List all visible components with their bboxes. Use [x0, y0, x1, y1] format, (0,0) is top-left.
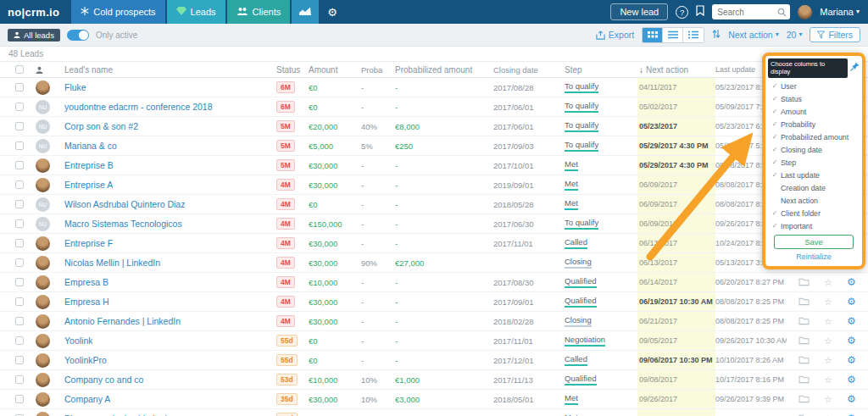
list-view-button[interactable] [663, 28, 683, 42]
step-cell[interactable]: Met [565, 413, 578, 416]
column-option-closing-date[interactable]: ✓Closing date [768, 143, 860, 156]
export-button[interactable]: Export [596, 30, 634, 40]
folder-icon[interactable] [798, 275, 810, 290]
header-amount[interactable]: Amount [309, 62, 361, 77]
next-action-cell[interactable]: 05/23/2017 [637, 117, 715, 136]
next-action-cell[interactable]: 05/29/2017 4:30 PM [637, 136, 715, 155]
row-checkbox[interactable] [15, 161, 24, 169]
column-option-creation-date[interactable]: Creation date [768, 181, 860, 194]
row-checkbox[interactable] [15, 239, 24, 247]
row-checkbox[interactable] [15, 336, 24, 345]
step-cell[interactable]: To qualify [565, 120, 598, 132]
lead-name-link[interactable]: Company co and co [64, 374, 143, 385]
user-avatar[interactable] [798, 5, 812, 19]
gear-icon[interactable]: ⚙ [847, 316, 856, 326]
table-row[interactable]: Entreprise F 4M €30,000 - - 2017/11/01 C… [0, 234, 868, 253]
column-option-step[interactable]: ✓Step [768, 156, 860, 169]
lead-name-link[interactable]: Fluke [64, 82, 86, 92]
row-checkbox[interactable] [15, 219, 24, 228]
step-cell[interactable]: Closing [565, 315, 592, 327]
next-action-cell[interactable]: 05/02/2017 [637, 97, 715, 116]
step-cell[interactable]: Met [565, 179, 578, 191]
app-logo[interactable]: no|crm.io [0, 0, 71, 24]
lead-name-link[interactable]: Corp son & son #2 [64, 121, 138, 131]
lead-name-link[interactable]: Nicolas Mellin | LinkedIn [64, 258, 160, 268]
table-row[interactable]: YoolinkPro 55d €0 - - 2017/12/01 Called … [0, 351, 868, 370]
column-option-client-folder[interactable]: ✓Client folder [768, 207, 860, 219]
search-icon[interactable] [777, 8, 787, 17]
page-size-dropdown[interactable]: 20▾ [787, 30, 803, 40]
lead-name-link[interactable]: YoolinkPro [64, 355, 107, 365]
lead-name-link[interactable]: Yoolink [64, 336, 92, 346]
step-cell[interactable]: Met [565, 393, 578, 405]
tab-clients[interactable]: Clients [227, 0, 291, 24]
filters-button[interactable]: Filters [810, 27, 860, 42]
header-leads-name[interactable]: Lead's name [64, 62, 276, 77]
lead-name-link[interactable]: Wilson Asdrubal Quintero Diaz [64, 199, 185, 209]
folder-icon[interactable] [798, 333, 810, 348]
lead-name-link[interactable]: Mariana & co [64, 141, 117, 151]
step-cell[interactable]: Qualified [565, 374, 597, 385]
save-button[interactable]: Save [774, 235, 854, 249]
row-checkbox[interactable] [15, 141, 24, 150]
next-action-cell[interactable]: 09/08/2017 [637, 370, 715, 389]
row-checkbox[interactable] [15, 258, 24, 267]
table-row[interactable]: Phenomenologies Limited 31d €75,000 100%… [0, 409, 868, 416]
user-column-icon[interactable] [36, 66, 43, 74]
step-cell[interactable]: To qualify [565, 81, 598, 93]
table-row[interactable]: NU Corp son & son #2 5M €20,000 40% €8,0… [0, 117, 868, 136]
new-lead-button[interactable]: New lead [610, 3, 668, 20]
all-leads-filter-pill[interactable]: All leads [8, 29, 60, 42]
step-cell[interactable]: Called [565, 237, 587, 249]
table-row[interactable]: NU youdontne edacrm - conference 2018 6M… [0, 97, 868, 117]
grid-view-button[interactable] [643, 28, 663, 42]
row-checkbox[interactable] [15, 297, 24, 306]
lead-name-link[interactable]: Empresa B [64, 277, 108, 287]
row-checkbox[interactable] [15, 103, 24, 111]
gear-icon[interactable]: ⚙ [847, 277, 856, 287]
table-row[interactable]: Empresa B 4M €10,000 - - 2017/08/30 Qual… [0, 273, 868, 292]
folder-icon[interactable] [798, 372, 810, 387]
row-checkbox[interactable] [15, 122, 24, 130]
column-option-probabilized-amount[interactable]: ✓Probabilized amount [768, 130, 860, 143]
gear-icon[interactable]: ⚙ [847, 374, 856, 385]
next-action-cell[interactable]: 06/09/2017 [637, 195, 715, 214]
star-icon[interactable]: ☆ [824, 395, 832, 404]
user-menu[interactable]: Mariana▾ [820, 7, 860, 17]
row-checkbox[interactable] [15, 375, 24, 384]
column-option-status[interactable]: ✓Status [768, 92, 860, 105]
table-row[interactable]: Company A 35d €30,000 10% €3,000 2018/05… [0, 390, 868, 409]
tab-cold-prospects[interactable]: Cold prospects [71, 0, 164, 24]
tab-admin-settings[interactable]: ⚙ [320, 0, 344, 24]
gear-icon[interactable]: ⚙ [847, 355, 856, 365]
next-action-cell[interactable]: 06/13/2017 [637, 234, 715, 252]
row-checkbox[interactable] [15, 356, 24, 364]
column-option-last-update[interactable]: ✓Last update [768, 169, 860, 181]
row-checkbox[interactable] [15, 180, 24, 189]
sort-field-dropdown[interactable]: Next action▾ [728, 30, 779, 40]
header-next-action[interactable]: ↓Next action [637, 62, 715, 77]
star-icon[interactable]: ☆ [824, 297, 832, 307]
next-action-cell[interactable]: 06/21/2017 [637, 312, 715, 330]
column-option-probability[interactable]: ✓Probability [768, 118, 860, 130]
bookmark-icon[interactable] [696, 4, 704, 19]
next-action-cell[interactable]: 09/26/2017 [637, 390, 715, 408]
tab-leads[interactable]: Leads [167, 0, 225, 24]
star-icon[interactable]: ☆ [824, 317, 832, 326]
pin-icon[interactable] [850, 59, 860, 75]
table-row[interactable]: Yoolink 55d €0 - - 2017/11/01 Negotiatio… [0, 331, 868, 351]
row-checkbox[interactable] [15, 83, 24, 92]
column-option-amount[interactable]: ✓Amount [768, 105, 860, 118]
select-all-checkbox[interactable] [15, 65, 24, 74]
star-icon[interactable]: ☆ [824, 356, 832, 365]
next-action-cell[interactable]: 04/11/2017 [637, 78, 715, 97]
next-action-cell[interactable]: 06/09/2017 [637, 175, 715, 194]
folder-icon[interactable] [798, 313, 810, 329]
next-action-cell[interactable]: 06/13/2017 [637, 253, 715, 272]
tab-statistics[interactable] [292, 0, 319, 24]
header-status[interactable]: Status [276, 62, 309, 77]
detailed-list-view-button[interactable] [683, 28, 704, 42]
column-option-important[interactable]: ✓Important [768, 219, 860, 232]
table-row[interactable]: Entreprise B 5M €30,000 - - 2017/10/01 M… [0, 156, 868, 175]
next-action-cell[interactable]: 09/05/2017 [637, 331, 715, 350]
